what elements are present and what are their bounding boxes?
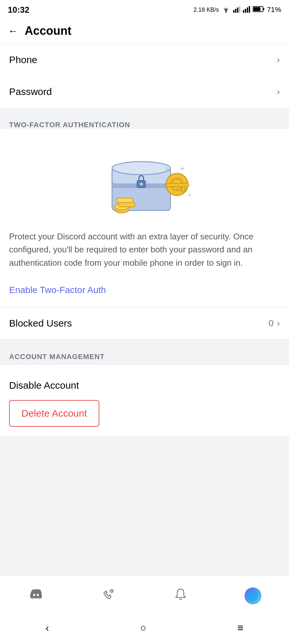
password-row[interactable]: Password ›: [0, 76, 289, 108]
account-mgmt-section: Disable Account Delete Account: [0, 365, 289, 436]
system-back-button[interactable]: ‹: [45, 622, 49, 634]
signal-icon: [233, 6, 240, 14]
battery-percent: 71%: [267, 6, 281, 14]
status-bar: 10:32 2.18 KB/s: [0, 0, 289, 18]
blocked-users-count: 0: [269, 318, 274, 329]
blocked-users-row[interactable]: Blocked Users 0 ›: [0, 307, 289, 340]
password-label: Password: [9, 86, 52, 97]
svg-rect-6: [245, 9, 246, 13]
svg-rect-21: [119, 202, 135, 207]
page-title: Account: [25, 24, 71, 38]
blocked-users-chevron: ›: [277, 318, 280, 329]
svg-rect-26: [182, 187, 185, 192]
calls-nav-icon: +: [101, 587, 116, 605]
svg-rect-1: [233, 10, 234, 13]
nav-item-notifications[interactable]: [144, 587, 217, 605]
tfa-section-header-text: TWO-FACTOR AUTHENTICATION: [9, 121, 130, 129]
enable-2fa-button[interactable]: Enable Two-Factor Auth: [9, 285, 106, 295]
tfa-section-header-container: TWO-FACTOR AUTHENTICATION: [0, 113, 289, 129]
nav-item-calls[interactable]: +: [72, 587, 145, 605]
tfa-chest-illustration: + ✕: [89, 142, 200, 217]
svg-text:+: +: [111, 589, 113, 593]
password-chevron: ›: [277, 87, 280, 97]
svg-rect-7: [247, 7, 248, 13]
svg-text:+: +: [180, 164, 184, 172]
phone-chevron: ›: [277, 55, 280, 65]
blocked-users-label: Blocked Users: [9, 318, 72, 329]
delete-account-button[interactable]: Delete Account: [9, 400, 99, 427]
svg-rect-4: [239, 6, 240, 13]
account-mgmt-header-text: ACCOUNT MANAGEMENT: [9, 353, 105, 361]
svg-rect-22: [117, 198, 133, 203]
tfa-description-text: Protect your Discord account with an ext…: [9, 232, 253, 268]
section-divider-1: [0, 108, 289, 113]
wifi-icon: [221, 6, 231, 14]
bell-nav-icon: [173, 587, 188, 605]
svg-rect-8: [249, 6, 250, 13]
data-speed: 2.18 KB/s: [194, 7, 219, 13]
svg-point-28: [166, 167, 169, 170]
battery-icon: [253, 6, 264, 14]
bottom-nav: + 🌐: [0, 576, 289, 615]
disable-account-button[interactable]: Disable Account: [9, 374, 280, 400]
password-section: Password ›: [0, 76, 289, 108]
system-home-button[interactable]: ○: [140, 622, 146, 634]
svg-rect-3: [237, 7, 238, 13]
tfa-illustration-container: + ✕: [0, 129, 289, 227]
svg-rect-2: [235, 9, 236, 13]
svg-rect-11: [253, 7, 260, 11]
svg-rect-5: [243, 10, 244, 13]
svg-point-0: [225, 11, 227, 13]
account-mgmt-header: ACCOUNT MANAGEMENT: [0, 345, 289, 365]
svg-rect-25: [166, 183, 189, 187]
signal-icon-2: [243, 6, 250, 14]
page-header: ← Account: [0, 18, 289, 44]
nav-item-profile[interactable]: 🌐: [217, 587, 289, 604]
blocked-users-right: 0 ›: [269, 318, 280, 329]
phone-section: Phone ›: [0, 44, 289, 76]
tfa-enable-container: Enable Two-Factor Auth: [0, 278, 289, 307]
profile-avatar: 🌐: [245, 587, 261, 604]
svg-point-14: [112, 162, 170, 175]
status-icons: 2.18 KB/s: [194, 6, 281, 14]
svg-rect-27: [178, 187, 181, 191]
back-button[interactable]: ←: [8, 26, 18, 36]
avatar-emoji: 🌐: [247, 590, 258, 601]
svg-point-17: [140, 183, 143, 185]
status-time: 10:32: [8, 5, 30, 15]
tfa-description: Protect your Discord account with an ext…: [0, 227, 289, 278]
phone-label: Phone: [9, 54, 37, 65]
nav-item-discord[interactable]: [0, 587, 72, 605]
system-nav-bar: ‹ ○ ≡: [0, 615, 289, 644]
phone-row[interactable]: Phone ›: [0, 44, 289, 76]
content-spacer: [0, 436, 289, 576]
delete-account-text: Delete Account: [21, 408, 87, 419]
svg-rect-10: [263, 8, 264, 10]
discord-nav-icon: [29, 587, 43, 605]
svg-text:✕: ✕: [187, 192, 192, 198]
section-divider-2: [0, 340, 289, 345]
system-menu-button[interactable]: ≡: [237, 622, 244, 634]
